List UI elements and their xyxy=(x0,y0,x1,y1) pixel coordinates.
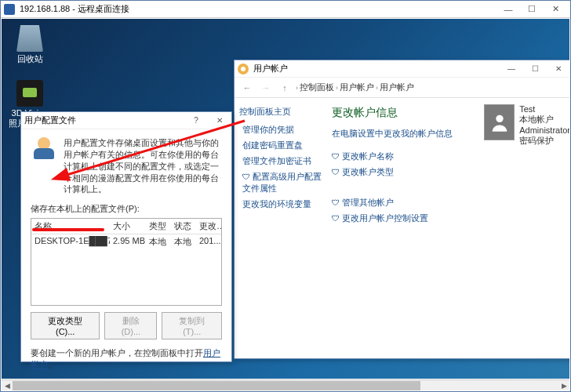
dlg-title-text: 用户配置文件 xyxy=(24,114,76,126)
col-modified[interactable]: 更改… xyxy=(196,219,221,234)
annotation-redline xyxy=(32,228,104,231)
maximize-button[interactable]: ☐ xyxy=(520,2,544,17)
dlg-footer-prefix: 要创建一个新的用户帐户，在控制面板中打开 xyxy=(31,348,203,358)
cp-title-text: 用户帐户 xyxy=(253,63,288,74)
nav-back-button[interactable]: ← xyxy=(239,80,255,96)
cp-maximize-button[interactable]: ☐ xyxy=(523,61,547,77)
user-accounts-icon xyxy=(238,64,249,74)
cp-main-panel: 更改帐户信息 在电脑设置中更改我的帐户信息 更改帐户名称 更改帐户类型 管理其他… xyxy=(329,98,569,358)
sidebar-item-env-vars[interactable]: 更改我的环境变量 xyxy=(239,198,324,210)
delete-button: 删除(D)... xyxy=(104,312,157,339)
profiles-list-label: 储存在本机上的配置文件(P): xyxy=(31,203,222,215)
desktop-icon-label: 回收站 xyxy=(6,53,53,65)
sidebar-item-advanced-profile[interactable]: 配置高级用户配置文件属性 xyxy=(239,171,324,194)
col-status[interactable]: 状态 xyxy=(171,219,196,234)
person-icon xyxy=(489,111,511,133)
breadcrumb-leaf[interactable]: 用户帐户 xyxy=(380,82,414,93)
user-type: 本地帐户 xyxy=(519,114,569,125)
minimize-button[interactable]: — xyxy=(496,2,520,17)
breadcrumb[interactable]: › 控制面板 › 用户帐户 › 用户帐户 xyxy=(296,82,566,93)
cp-sidebar: 控制面板主页 管理你的凭据 创建密码重置盘 管理文件加密证书 配置高级用户配置文… xyxy=(235,98,329,358)
change-type-button[interactable]: 更改类型(C)... xyxy=(31,312,100,339)
sidebar-item-password-reset[interactable]: 创建密码重置盘 xyxy=(239,140,324,151)
link-change-uac[interactable]: 更改用户帐户控制设置 xyxy=(332,212,564,224)
cell-name: DESKTOP-1E███7\Test xyxy=(31,234,110,249)
sidebar-item-encryption-cert[interactable]: 管理文件加密证书 xyxy=(239,155,324,167)
user-role: Administrator xyxy=(519,125,569,135)
profile-icon xyxy=(31,137,57,164)
dlg-description: 用户配置文件存储桌面设置和其他与你的用户帐户有关的信息。可在你使用的每台计算机上… xyxy=(64,137,222,195)
dlg-help-button[interactable]: ? xyxy=(184,113,208,129)
remote-desktop-wallpaper[interactable]: 回收站 3D Vision 照片查看器 用户帐户 — ☐ ✕ ← → ↑ › xyxy=(2,19,569,379)
sidebar-item-credentials[interactable]: 管理你的凭据 xyxy=(239,124,324,136)
desktop-icon-recycle-bin[interactable]: 回收站 xyxy=(6,25,53,65)
copy-to-button: 复制到(T)... xyxy=(162,312,222,339)
avatar xyxy=(484,104,515,140)
col-type[interactable]: 类型 xyxy=(146,219,171,234)
dlg-titlebar[interactable]: 用户配置文件 ? ✕ xyxy=(21,112,231,129)
dlg-footer-text: 要创建一个新的用户帐户，在控制面板中打开用户帐户。 xyxy=(31,347,222,371)
nav-forward-button[interactable]: → xyxy=(258,80,274,96)
recycle-bin-icon xyxy=(16,25,43,52)
cp-titlebar[interactable]: 用户帐户 — ☐ ✕ xyxy=(235,60,569,78)
breadcrumb-mid[interactable]: 用户帐户 xyxy=(340,82,374,93)
nvidia-icon xyxy=(16,80,43,107)
profiles-list[interactable]: 名称 大小 类型 状态 更改… DESKTOP-1E███7\Test 2.95… xyxy=(31,218,222,306)
current-user-tile: Test 本地帐户 Administrator 密码保护 xyxy=(484,104,569,147)
col-size[interactable]: 大小 xyxy=(110,219,146,234)
col-name[interactable]: 名称 xyxy=(31,219,110,234)
user-profile-dialog[interactable]: 用户配置文件 ? ✕ 用户配置文件存储桌面设置和其他与你的用户帐户有关的信息。可… xyxy=(20,111,232,362)
close-button[interactable]: ✕ xyxy=(544,2,567,17)
user-name: Test xyxy=(519,104,569,114)
horizontal-scrollbar[interactable]: ◀ ▶ xyxy=(2,379,569,390)
rdp-icon xyxy=(4,4,15,15)
rdp-title-text: 192.168.1.88 - 远程桌面连接 xyxy=(20,3,129,15)
scroll-left-button[interactable]: ◀ xyxy=(2,380,13,390)
cell-status: 本地 xyxy=(171,234,196,249)
cell-size: 2.95 MB xyxy=(110,234,146,249)
nav-up-button[interactable]: ↑ xyxy=(277,80,293,96)
cp-sidebar-header[interactable]: 控制面板主页 xyxy=(239,106,324,118)
scroll-thumb[interactable] xyxy=(13,381,420,390)
link-manage-others[interactable]: 管理其他帐户 xyxy=(332,197,564,209)
cp-close-button[interactable]: ✕ xyxy=(547,61,569,77)
cell-type: 本地 xyxy=(146,234,171,249)
link-change-type[interactable]: 更改帐户类型 xyxy=(332,166,564,178)
cp-minimize-button[interactable]: — xyxy=(500,61,523,77)
list-row[interactable]: DESKTOP-1E███7\Test 2.95 MB 本地 本地 201... xyxy=(31,234,221,249)
user-pw: 密码保护 xyxy=(519,135,569,147)
control-panel-window[interactable]: 用户帐户 — ☐ ✕ ← → ↑ › 控制面板 › 用户帐户 › 用户帐户 xyxy=(234,60,569,359)
rdp-titlebar[interactable]: 192.168.1.88 - 远程桌面连接 — ☐ ✕ xyxy=(1,1,570,18)
cp-nav-toolbar: ← → ↑ › 控制面板 › 用户帐户 › 用户帐户 xyxy=(235,78,569,98)
list-header[interactable]: 名称 大小 类型 状态 更改… xyxy=(31,219,221,234)
dlg-close-button[interactable]: ✕ xyxy=(208,113,231,129)
cell-modified: 201... xyxy=(196,234,221,249)
svg-point-0 xyxy=(496,115,503,122)
rdp-window: 192.168.1.88 - 远程桌面连接 — ☐ ✕ 回收站 3D Visio… xyxy=(0,0,571,392)
link-change-name[interactable]: 更改帐户名称 xyxy=(332,151,564,162)
breadcrumb-root[interactable]: 控制面板 xyxy=(300,82,334,93)
scroll-right-button[interactable]: ▶ xyxy=(558,380,569,390)
